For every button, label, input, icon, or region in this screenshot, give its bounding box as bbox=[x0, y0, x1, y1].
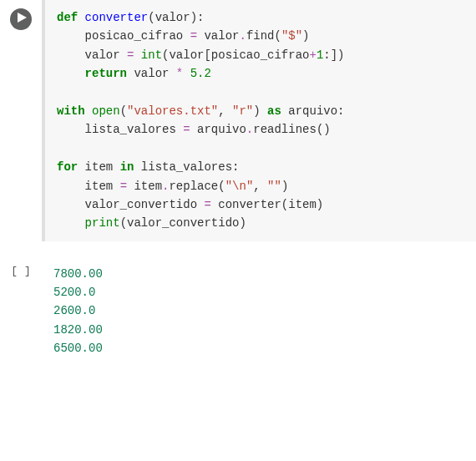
code-token: with bbox=[57, 104, 85, 118]
code-token: . bbox=[246, 123, 253, 136]
code-token: ) bbox=[302, 29, 309, 43]
code-token: ) bbox=[281, 180, 288, 193]
code-token: def bbox=[57, 11, 85, 24]
code-token: in bbox=[120, 160, 134, 174]
code-token: arquivo bbox=[190, 123, 246, 136]
code-gutter bbox=[0, 0, 42, 30]
code-token: posicao_cifrao bbox=[57, 29, 190, 43]
code-token: lista_valores bbox=[57, 123, 183, 136]
code-token: int bbox=[141, 48, 162, 62]
code-token: = bbox=[190, 29, 197, 43]
code-token: valor bbox=[197, 29, 239, 43]
code-token: , bbox=[253, 180, 267, 193]
code-token bbox=[57, 216, 85, 230]
code-token: lista_valores: bbox=[134, 160, 239, 174]
code-token: "\n" bbox=[225, 180, 254, 193]
code-token: item bbox=[127, 180, 162, 193]
code-token: valor bbox=[57, 48, 127, 62]
code-token: ) bbox=[253, 104, 267, 118]
code-token: (valor_convertido) bbox=[120, 216, 246, 230]
code-token: + bbox=[309, 48, 316, 62]
code-token: "valores.txt" bbox=[127, 104, 218, 118]
code-token: replace( bbox=[169, 180, 225, 193]
code-token bbox=[183, 67, 190, 80]
code-token: . bbox=[239, 29, 246, 43]
run-button[interactable] bbox=[10, 8, 32, 30]
output-marker: [ ] bbox=[0, 258, 42, 277]
code-token: = bbox=[183, 123, 190, 136]
code-token: = bbox=[120, 180, 127, 193]
code-token: , bbox=[218, 104, 232, 118]
code-token: print bbox=[85, 216, 120, 230]
play-icon bbox=[16, 13, 27, 26]
code-token: (valor[posicao_cifrao bbox=[162, 48, 309, 62]
code-token bbox=[57, 67, 85, 80]
code-token: as bbox=[267, 104, 281, 118]
code-token: arquivo: bbox=[281, 104, 345, 118]
code-token bbox=[85, 104, 92, 118]
output-cell: [ ] 7800.00 5200.0 2600.0 1820.00 6500.0… bbox=[0, 258, 476, 365]
code-token bbox=[134, 48, 140, 62]
output-text: 7800.00 5200.0 2600.0 1820.00 6500.00 bbox=[42, 258, 476, 365]
code-token: "r" bbox=[232, 104, 253, 118]
code-token: for bbox=[57, 160, 78, 174]
code-token: (valor): bbox=[148, 11, 204, 24]
code-token: :]) bbox=[323, 48, 344, 62]
code-token: converter(item) bbox=[211, 198, 323, 211]
code-token: readlines() bbox=[253, 123, 330, 136]
code-token: item bbox=[57, 180, 120, 193]
code-token: * bbox=[176, 67, 183, 80]
code-token: return bbox=[85, 67, 127, 80]
code-token: find( bbox=[246, 29, 281, 43]
code-token: converter bbox=[85, 11, 149, 24]
code-token: "" bbox=[267, 180, 281, 193]
code-token: ( bbox=[120, 104, 127, 118]
code-token: = bbox=[204, 198, 210, 211]
code-token: 5.2 bbox=[190, 67, 211, 80]
code-token: "$" bbox=[281, 29, 302, 43]
code-token: valor_convertido bbox=[57, 198, 204, 211]
code-cell: def converter(valor): posicao_cifrao = v… bbox=[0, 0, 476, 241]
code-token: item bbox=[78, 160, 119, 174]
code-token: open bbox=[92, 104, 120, 118]
code-token: valor bbox=[127, 67, 176, 80]
code-editor[interactable]: def converter(valor): posicao_cifrao = v… bbox=[42, 0, 476, 241]
